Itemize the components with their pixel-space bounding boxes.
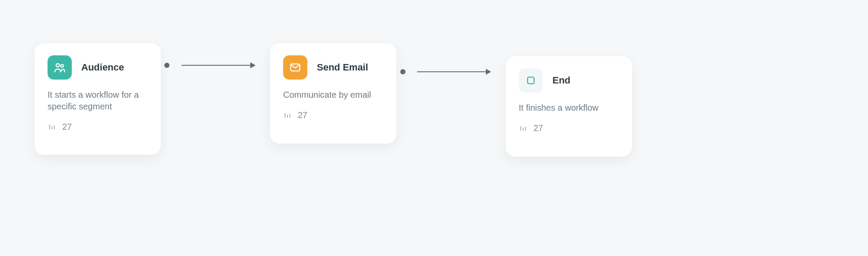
connector-port[interactable] <box>164 63 169 68</box>
workflow-node-end[interactable]: End It finishes a workflow 27 <box>506 56 632 157</box>
connector-port[interactable] <box>400 69 405 74</box>
workflow-canvas[interactable]: Audience It starts a workflow for a spec… <box>0 0 868 256</box>
users-icon <box>48 55 72 80</box>
workflow-node-audience[interactable]: Audience It starts a workflow for a spec… <box>35 43 161 155</box>
workflow-node-send-email[interactable]: Send Email Communicate by email 27 <box>270 43 396 144</box>
bars-icon <box>519 122 528 134</box>
node-title: Send Email <box>317 62 368 73</box>
bars-icon <box>283 109 293 121</box>
node-title: End <box>552 75 571 86</box>
svg-point-0 <box>56 64 60 67</box>
mail-icon <box>283 55 307 80</box>
connector-arrow <box>417 71 491 72</box>
node-description: It finishes a workflow <box>519 102 619 114</box>
bars-icon <box>48 121 57 133</box>
node-title: Audience <box>81 62 124 73</box>
svg-rect-9 <box>527 77 534 83</box>
node-metric: 27 <box>48 121 148 133</box>
node-metric-value: 27 <box>62 122 72 132</box>
node-metric: 27 <box>519 122 619 134</box>
node-metric-value: 27 <box>298 110 307 120</box>
node-metric-value: 27 <box>533 123 543 133</box>
square-icon <box>519 68 543 93</box>
connector-arrow <box>182 65 255 66</box>
node-description: It starts a workflow for a specific segm… <box>48 89 148 112</box>
svg-point-1 <box>61 64 64 67</box>
node-description: Communicate by email <box>283 89 383 101</box>
node-metric: 27 <box>283 109 383 121</box>
